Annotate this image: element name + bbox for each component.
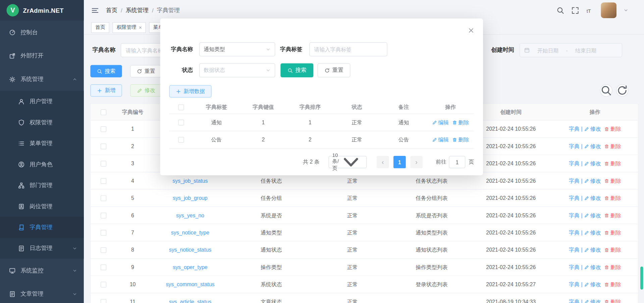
chevron-down-icon[interactable] [624, 8, 629, 13]
dialog-reset-button[interactable]: 重置 [318, 63, 351, 78]
breadcrumb-home[interactable]: 首页 [106, 7, 117, 14]
row-checkbox[interactable] [101, 126, 106, 132]
dict-type-link[interactable]: sys_yes_no [176, 212, 204, 218]
scrollbar-thumb[interactable] [640, 266, 643, 290]
delete-link[interactable]: 删除 [604, 281, 621, 288]
row-checkbox[interactable] [101, 247, 106, 253]
select-all-checkbox[interactable] [178, 104, 184, 110]
delete-link[interactable]: 删除 [604, 212, 621, 219]
row-checkbox[interactable] [101, 299, 106, 303]
dict-link[interactable]: 字典 [569, 246, 580, 254]
delete-link[interactable]: 删除 [452, 136, 469, 143]
dict-type-link[interactable]: sys_notice_type [171, 229, 209, 235]
table-refresh-button[interactable] [616, 84, 629, 97]
dict-type-link[interactable]: sys_job_status [172, 178, 208, 184]
row-checkbox[interactable] [178, 120, 184, 125]
sidebar-item-menus[interactable]: 菜单管理 [0, 133, 84, 154]
delete-link[interactable]: 删除 [604, 194, 621, 202]
breadcrumb-section[interactable]: 系统管理 [126, 7, 149, 14]
avatar[interactable] [601, 2, 616, 18]
close-icon[interactable]: × [139, 25, 142, 30]
sidebar-item-users[interactable]: 用户管理 [0, 91, 84, 112]
dict-link[interactable]: 字典 [569, 263, 580, 271]
edit-link[interactable]: 修改 [584, 298, 601, 303]
fullscreen-icon[interactable] [571, 6, 579, 14]
row-checkbox[interactable] [101, 264, 106, 270]
next-page-button[interactable]: › [410, 156, 423, 168]
font-size-icon[interactable] [586, 6, 594, 14]
row-checkbox[interactable] [101, 143, 106, 149]
add-button[interactable]: 新增 [90, 84, 122, 97]
status-select[interactable]: 数据状态 [199, 63, 275, 78]
reset-button[interactable]: 重置 [130, 65, 162, 77]
dict-type-link[interactable]: sys_job_group [173, 195, 208, 201]
dict-name-select[interactable]: 通知类型 [199, 42, 275, 56]
row-checkbox[interactable] [101, 230, 106, 235]
search-button[interactable]: 搜索 [90, 65, 122, 77]
table-row[interactable]: 6 sys_yes_no 系统是否 正常 系统是否列表 2021-02-24 1… [91, 207, 638, 224]
hamburger-icon[interactable] [91, 6, 99, 14]
table-row[interactable]: 5 sys_job_group 任务分组 正常 任务分组列表 2021-02-2… [91, 189, 638, 207]
modify-button[interactable]: 修改 [130, 84, 162, 97]
sidebar-item-roles[interactable]: 用户角色 [0, 154, 84, 175]
row-checkbox[interactable] [178, 137, 184, 142]
dict-type-link[interactable]: sys_article_status [169, 299, 212, 303]
table-row[interactable]: 9 sys_oper_type 操作类型 正常 操作类型列表 2021-02-2… [91, 259, 638, 276]
table-row[interactable]: 公告 2 2 正常 公告 编辑 删除 [169, 131, 474, 148]
close-icon[interactable] [468, 27, 475, 34]
edit-link[interactable]: 编辑 [432, 119, 449, 126]
tab-permissions[interactable]: 权限管理 × [113, 22, 146, 33]
delete-link[interactable]: 删除 [604, 177, 621, 184]
dict-link[interactable]: 字典 [569, 125, 580, 133]
edit-link[interactable]: 修改 [584, 281, 601, 288]
edit-link[interactable]: 修改 [584, 160, 601, 167]
table-search-toggle-button[interactable] [600, 84, 612, 97]
edit-link[interactable]: 修改 [584, 263, 601, 271]
sidebar-item-dictionary[interactable]: 字典管理 [0, 217, 84, 237]
sidebar-item-console[interactable]: 控制台 [0, 20, 84, 44]
dict-type-link[interactable]: sys_oper_type [173, 264, 208, 270]
delete-link[interactable]: 删除 [604, 125, 621, 133]
delete-link[interactable]: 删除 [604, 160, 621, 167]
row-checkbox[interactable] [101, 178, 106, 184]
end-date-input[interactable] [568, 47, 604, 53]
edit-link[interactable]: 修改 [584, 212, 601, 219]
edit-link[interactable]: 修改 [584, 142, 601, 150]
dict-label-input[interactable] [309, 42, 387, 56]
sidebar-item-system[interactable]: 系统管理 [0, 68, 84, 91]
page-size-select[interactable]: 10条/页 [329, 156, 367, 168]
dict-type-link[interactable]: sys_notice_status [169, 247, 212, 253]
dict-link[interactable]: 字典 [569, 177, 580, 184]
edit-link[interactable]: 修改 [584, 194, 601, 202]
edit-link[interactable]: 修改 [584, 125, 601, 133]
delete-link[interactable]: 删除 [604, 263, 621, 271]
sidebar-item-departments[interactable]: 部门管理 [0, 175, 84, 196]
dict-link[interactable]: 字典 [569, 229, 580, 236]
row-checkbox[interactable] [101, 282, 106, 287]
sidebar-item-posts[interactable]: 岗位管理 [0, 196, 84, 217]
dict-link[interactable]: 字典 [569, 194, 580, 202]
app-logo[interactable]: V ZrAdmin.NET [0, 0, 84, 20]
edit-link[interactable]: 修改 [584, 246, 601, 254]
dict-type-link[interactable]: sys_common_status [166, 282, 214, 288]
delete-link[interactable]: 删除 [452, 119, 469, 126]
table-row[interactable]: 10 sys_common_status 系统状态 正常 登录状态列表 2021… [91, 276, 638, 293]
table-row[interactable]: 8 sys_notice_status 通知状态 正常 通知状态列表 2021-… [91, 242, 638, 259]
table-row[interactable]: 7 sys_notice_type 通知类型 正常 通知类型列表 2021-02… [91, 224, 638, 241]
table-row[interactable]: 11 sys_article_status 文章状态 正常 2021-08-19… [91, 293, 638, 303]
sidebar-item-monitor[interactable]: 系统监控 [0, 259, 84, 282]
dict-link[interactable]: 字典 [569, 160, 580, 167]
sidebar-item-articles[interactable]: 文章管理 [0, 282, 84, 303]
row-checkbox[interactable] [101, 212, 106, 218]
table-row[interactable]: 通知 1 1 正常 通知 编辑 删除 [169, 114, 474, 131]
sidebar-item-permissions[interactable]: 权限管理 [0, 112, 84, 133]
tab-home[interactable]: 首页 [91, 22, 109, 33]
add-data-button[interactable]: 新增数据 [169, 85, 211, 97]
dict-link[interactable]: 字典 [569, 281, 580, 288]
delete-link[interactable]: 删除 [604, 142, 621, 150]
dict-link[interactable]: 字典 [569, 142, 580, 150]
search-icon[interactable] [556, 6, 564, 14]
goto-page-input[interactable] [449, 156, 465, 168]
current-page-button[interactable]: 1 [393, 156, 406, 168]
delete-link[interactable]: 删除 [604, 298, 621, 303]
